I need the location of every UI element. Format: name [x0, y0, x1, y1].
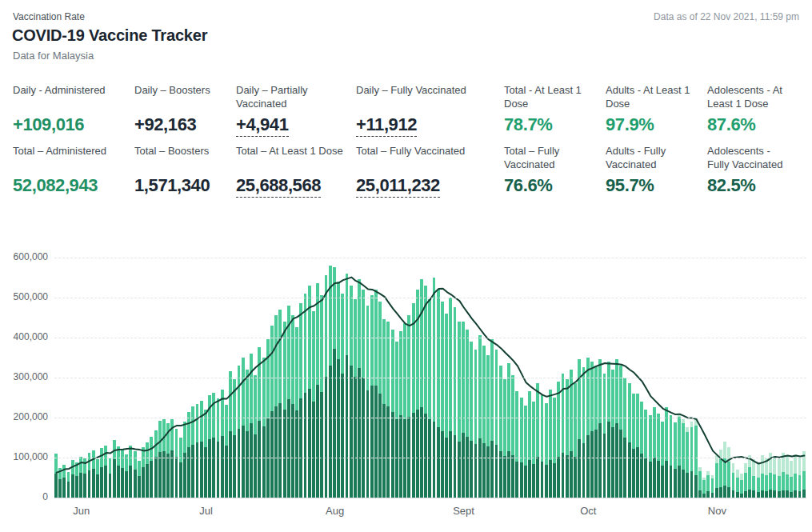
stat-adolescents-at-least-1-dose-pct: Adolescents - At Least 1 Dose 87.6% — [707, 84, 799, 135]
stat-label: Total – At Least 1 Dose — [236, 145, 346, 174]
plot-area — [54, 258, 806, 498]
stat-value: 87.6% — [707, 114, 790, 135]
y-tick-label: 0 — [0, 491, 48, 502]
x-tick-label: Jun — [73, 505, 90, 517]
stat-daily-boosters: Daily – Boosters +92,163 — [134, 84, 236, 135]
stat-value: 1,571,340 — [134, 175, 226, 196]
stat-total-fully-vaccinated: Total – Fully Vaccinated 25,011,232 — [356, 145, 504, 196]
stat-total-at-least-1-dose-pct: Total - At Least 1 Dose 78.7% — [504, 84, 606, 135]
grid-line — [54, 258, 806, 258]
x-tick-label: Nov — [708, 505, 726, 517]
stat-adults-at-least-1-dose-pct: Adults - At Least 1 Dose 97.9% — [606, 84, 707, 135]
stat-daily-partially-vaccinated: Daily – Partially Vaccinated +4,941 — [236, 84, 356, 135]
x-tick-label: Aug — [326, 505, 344, 517]
stats-grid: Daily - Administered +109,016 Daily – Bo… — [13, 84, 799, 206]
stat-total-at-least-1-dose: Total – At Least 1 Dose 25,688,568 — [236, 145, 356, 196]
stat-value-tooltip-trigger[interactable]: 25,011,232 — [356, 175, 440, 198]
section-eyebrow: Vaccination Rate — [13, 11, 85, 22]
stat-label: Daily – Boosters — [134, 84, 226, 114]
stat-value: 25,011,232 — [356, 175, 494, 196]
stat-daily-fully-vaccinated: Daily – Fully Vaccinated +11,912 — [356, 84, 504, 135]
stat-value: +11,912 — [356, 114, 494, 135]
stat-label: Adults - At Least 1 Dose — [606, 84, 698, 114]
page-subtitle: Data for Malaysia — [13, 50, 94, 62]
stat-total-boosters: Total – Boosters 1,571,340 — [134, 145, 236, 196]
stat-value: 52,082,943 — [13, 175, 125, 196]
grid-line — [54, 298, 806, 298]
y-tick-label: 100,000 — [0, 451, 48, 462]
stat-label: Total – Boosters — [134, 145, 226, 174]
stat-value-tooltip-trigger[interactable]: +11,912 — [356, 114, 417, 137]
stat-label: Total – Fully Vaccinated — [356, 145, 494, 174]
y-tick-label: 500,000 — [0, 291, 48, 302]
stat-value: 97.9% — [606, 114, 698, 135]
page: Vaccination Rate COVID-19 Vaccine Tracke… — [0, 0, 812, 532]
stat-total-fully-vaccinated-pct: Total – Fully Vaccinated 76.6% — [504, 145, 606, 196]
y-tick-label: 300,000 — [0, 371, 48, 382]
x-tick-label: Sept — [453, 505, 474, 517]
stat-value: 82.5% — [707, 175, 790, 196]
stat-label: Total – Administered — [13, 145, 125, 174]
grid-line — [54, 418, 806, 418]
stat-value: 25,688,568 — [236, 175, 346, 196]
stat-adults-fully-vaccinated-pct: Adults - Fully Vaccinated 95.7% — [606, 145, 707, 196]
data-as-of-timestamp: Data as of 22 Nov 2021, 11:59 pm — [654, 11, 799, 22]
stat-label: Daily - Administered — [13, 84, 125, 114]
y-tick-label: 400,000 — [0, 331, 48, 342]
stat-label: Total – Fully Vaccinated — [504, 145, 596, 174]
stat-label: Adolescents - At Least 1 Dose — [707, 84, 790, 114]
stat-adolescents-fully-vaccinated-pct: Adolescents - Fully Vaccinated 82.5% — [707, 145, 799, 196]
x-tick-label: Oct — [580, 505, 596, 517]
stat-value: 78.7% — [504, 114, 596, 135]
stat-label: Adults - Fully Vaccinated — [606, 145, 698, 174]
stat-value: +92,163 — [134, 114, 226, 135]
stat-label: Adolescents - Fully Vaccinated — [707, 145, 790, 174]
stat-label: Daily – Partially Vaccinated — [236, 84, 346, 114]
stat-value-tooltip-trigger[interactable]: 25,688,568 — [236, 175, 321, 198]
grid-line — [54, 458, 806, 458]
stat-value: +109,016 — [13, 114, 125, 135]
y-tick-label: 600,000 — [0, 251, 48, 262]
stat-label: Daily – Fully Vaccinated — [356, 84, 494, 114]
stat-daily-administered: Daily - Administered +109,016 — [13, 84, 134, 135]
stat-label: Total - At Least 1 Dose — [504, 84, 596, 114]
stat-value: 76.6% — [504, 175, 596, 196]
grid-line — [54, 378, 806, 378]
x-tick-label: Jul — [199, 505, 213, 517]
y-tick-label: 200,000 — [0, 411, 48, 422]
stat-total-administered: Total – Administered 52,082,943 — [13, 145, 134, 196]
grid-line — [54, 498, 806, 498]
stat-value-tooltip-trigger[interactable]: +4,941 — [236, 114, 289, 137]
page-title: COVID-19 Vaccine Tracker — [12, 26, 207, 45]
stat-value: +4,941 — [236, 114, 346, 135]
stat-value: 95.7% — [606, 175, 698, 196]
grid-line — [54, 338, 806, 338]
